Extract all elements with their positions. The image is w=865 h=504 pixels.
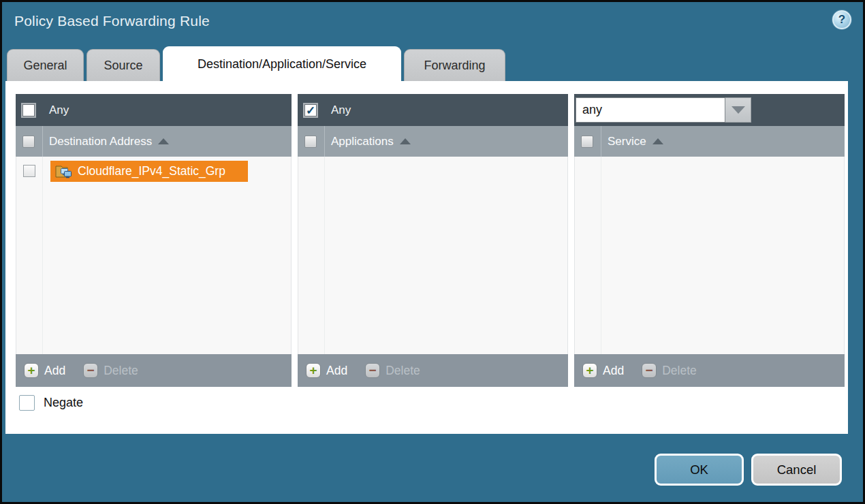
table-row: Cloudflare_IPv4_Static_Grp xyxy=(16,161,291,182)
applications-column-header[interactable]: Applications xyxy=(331,135,394,148)
service-column-header[interactable]: Service xyxy=(608,135,646,148)
applications-select-all-checkbox[interactable] xyxy=(304,136,317,148)
delete-icon: − xyxy=(642,363,657,378)
sort-ascending-icon xyxy=(158,138,169,144)
applications-any-bar: ✓ Any xyxy=(298,94,568,126)
add-button[interactable]: + Add xyxy=(582,363,624,378)
applications-list xyxy=(298,157,568,354)
applications-toolbar: + Add − Delete xyxy=(298,354,568,387)
destination-address-column-header[interactable]: Destination Address xyxy=(49,135,152,148)
delete-button[interactable]: − Delete xyxy=(83,363,138,378)
address-group-name: Cloudflare_IPv4_Static_Grp xyxy=(78,164,225,178)
add-icon: + xyxy=(24,363,39,378)
destination-any-label: Any xyxy=(49,104,69,117)
service-dropdown-value[interactable]: any xyxy=(576,97,725,123)
cancel-button[interactable]: Cancel xyxy=(751,454,842,486)
address-group-icon xyxy=(55,164,73,179)
tab-bar: General Source Destination/Application/S… xyxy=(7,46,505,81)
add-button[interactable]: + Add xyxy=(306,363,347,378)
negate-option: Negate xyxy=(19,395,83,411)
service-toolbar: + Add − Delete xyxy=(574,354,845,387)
applications-header-row: Applications xyxy=(298,126,568,157)
add-button[interactable]: + Add xyxy=(24,363,65,378)
service-list xyxy=(574,157,845,354)
delete-button[interactable]: − Delete xyxy=(365,363,420,378)
service-dropdown: any xyxy=(576,97,751,123)
header-divider xyxy=(42,126,43,157)
add-icon: + xyxy=(582,363,597,378)
applications-any-label: Any xyxy=(331,104,351,117)
sort-ascending-icon xyxy=(400,138,411,144)
tab-forwarding[interactable]: Forwarding xyxy=(404,49,505,81)
applications-any-checkbox[interactable]: ✓ xyxy=(304,104,317,116)
tab-general[interactable]: General xyxy=(7,49,84,81)
service-dropdown-bar: any xyxy=(574,94,845,126)
column-divider xyxy=(601,157,601,354)
dialog-title: Policy Based Forwarding Rule xyxy=(14,13,210,29)
pbf-rule-dialog: Policy Based Forwarding Rule ? General S… xyxy=(0,0,865,504)
delete-icon: − xyxy=(365,363,380,378)
destination-address-list: Cloudflare_IPv4_Static_Grp xyxy=(16,157,292,354)
add-icon: + xyxy=(306,363,321,378)
header-divider xyxy=(324,126,325,157)
column-divider xyxy=(324,157,325,354)
chevron-down-icon xyxy=(732,106,745,114)
ok-button[interactable]: OK xyxy=(655,454,744,486)
sort-ascending-icon xyxy=(652,138,663,144)
tab-content-panel: Any Destination Address xyxy=(5,81,848,434)
tab-destination-application-service[interactable]: Destination/Application/Service xyxy=(163,46,401,81)
negate-checkbox[interactable] xyxy=(19,395,35,411)
tab-source[interactable]: Source xyxy=(86,49,160,81)
applications-column: ✓ Any Applications + Add − Delete xyxy=(298,94,568,387)
service-header-row: Service xyxy=(574,126,845,157)
destination-any-checkbox[interactable] xyxy=(22,104,35,116)
column-divider xyxy=(42,157,43,354)
destination-select-all-checkbox[interactable] xyxy=(22,136,35,148)
service-select-all-checkbox[interactable] xyxy=(581,136,593,148)
help-icon[interactable]: ? xyxy=(832,10,851,29)
destination-address-header-row: Destination Address xyxy=(16,126,292,157)
row-checkbox[interactable] xyxy=(23,165,35,177)
destination-any-bar: Any xyxy=(16,94,292,126)
negate-label: Negate xyxy=(44,396,83,410)
selected-address-group[interactable]: Cloudflare_IPv4_Static_Grp xyxy=(50,161,248,182)
service-dropdown-button[interactable] xyxy=(725,97,751,123)
delete-button[interactable]: − Delete xyxy=(642,363,697,378)
destination-address-column: Any Destination Address xyxy=(16,94,292,387)
destination-address-toolbar: + Add − Delete xyxy=(16,354,292,387)
service-column: any Service + Add xyxy=(574,94,845,387)
header-divider xyxy=(601,126,601,157)
delete-icon: − xyxy=(83,363,98,378)
